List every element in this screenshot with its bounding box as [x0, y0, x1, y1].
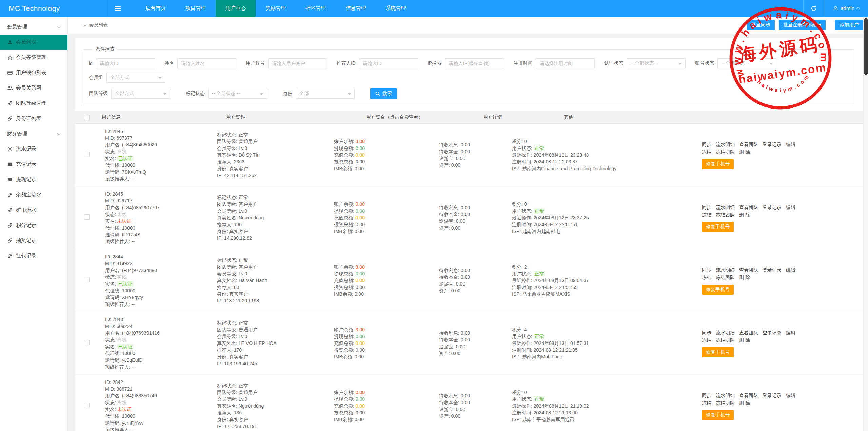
sidebar-item[interactable]: 积分记录	[0, 218, 67, 233]
row-action-link[interactable]: 冻结	[702, 149, 711, 155]
user-menu[interactable]: admin	[824, 0, 868, 17]
sidebar-item[interactable]: 流水记录	[0, 141, 67, 157]
sidebar-item[interactable]: 余额宝流水	[0, 187, 67, 202]
filter-select[interactable]: -- 全部状态 --	[717, 58, 776, 68]
row-action-link[interactable]: 删 除	[739, 337, 750, 343]
filter-select[interactable]: -- 全部状态 --	[627, 58, 686, 68]
row-action-link[interactable]: 冻结	[702, 337, 711, 343]
row-action-link[interactable]: 流水明细	[716, 204, 735, 210]
nav-item-7[interactable]: 系统管理	[376, 0, 416, 17]
row-action-link[interactable]: 查看团队	[739, 204, 758, 210]
nav-item-1[interactable]: 后台首页	[136, 0, 176, 17]
row-action-link[interactable]: 冻结团队	[716, 275, 735, 280]
row-action-link[interactable]: 查看团队	[739, 393, 758, 398]
row-action-link[interactable]: 删 除	[739, 400, 750, 406]
fix-phone-button[interactable]: 修复手机号	[702, 285, 734, 295]
row-action-link[interactable]: 流水明细	[716, 330, 735, 335]
row-action-link[interactable]: 删 除	[739, 212, 750, 217]
row-checkbox[interactable]	[84, 403, 90, 408]
row-action-link[interactable]: 登录记录	[763, 393, 782, 398]
sidebar-item[interactable]: 团队等级管理	[0, 96, 67, 111]
cell-value: 0.00	[356, 396, 365, 402]
sidebar-item[interactable]: 用户钱包列表	[0, 65, 67, 80]
filter-input[interactable]	[96, 58, 155, 68]
refresh-button[interactable]	[804, 0, 824, 17]
sidebar-item[interactable]: 抽奖记录	[0, 233, 67, 248]
row-action-link[interactable]: 登录记录	[763, 142, 782, 147]
batch-sync-button[interactable]: 批量同步	[747, 20, 775, 30]
sidebar-item[interactable]: 红包记录	[0, 248, 67, 263]
row-action-link[interactable]: 编辑	[786, 393, 795, 398]
filter-input[interactable]	[177, 58, 236, 68]
nav-item-3[interactable]: 用户中心	[216, 0, 256, 17]
sidebar-item[interactable]: 会员等级管理	[0, 50, 67, 65]
sidebar-item[interactable]: 充值记录	[0, 157, 67, 172]
select-all-checkbox[interactable]	[84, 115, 90, 120]
sidebar-item[interactable]: 提现记录	[0, 172, 67, 187]
row-action-link[interactable]: 同步	[702, 393, 711, 398]
row-action-link[interactable]: 登录记录	[763, 330, 782, 335]
sidebar-group-header-2[interactable]: 财务管理	[0, 126, 67, 141]
row-action-link[interactable]: 同步	[702, 142, 711, 147]
add-user-button[interactable]: 添加用户	[835, 20, 863, 30]
scrollbar-track[interactable]	[863, 17, 868, 431]
row-action-link[interactable]: 流水明细	[716, 142, 735, 147]
cell-label: 实名:	[105, 156, 117, 161]
row-action-link[interactable]: 流水明细	[716, 393, 735, 398]
row-checkbox[interactable]	[84, 277, 90, 282]
row-action-link[interactable]: 同步	[702, 267, 711, 273]
row-action-link[interactable]: 查看团队	[739, 330, 758, 335]
row-action-link[interactable]: 同步	[702, 204, 711, 210]
row-action-link[interactable]: 冻结团队	[716, 212, 735, 217]
filter-input[interactable]	[359, 58, 418, 68]
filter-select[interactable]: 全部	[296, 89, 355, 99]
filter-input[interactable]	[268, 58, 327, 68]
row-checkbox[interactable]	[84, 340, 90, 345]
row-action-link[interactable]: 同步	[702, 330, 711, 335]
row-action-link[interactable]: 查看团队	[739, 142, 758, 147]
nav-item-2[interactable]: 项目管理	[176, 0, 216, 17]
fix-phone-button[interactable]: 修复手机号	[702, 159, 734, 169]
cell-label: 待收利息:	[439, 268, 461, 273]
row-action-link[interactable]: 冻结团队	[716, 149, 735, 155]
filter-input[interactable]	[536, 58, 595, 68]
row-action-link[interactable]: 编辑	[786, 204, 795, 210]
nav-item-5[interactable]: 社区管理	[296, 0, 336, 17]
row-action-link[interactable]: 冻结团队	[716, 337, 735, 343]
filter-select[interactable]: 全部方式	[106, 73, 165, 83]
sidebar-item[interactable]: 会员列表	[0, 35, 67, 50]
menu-toggle-icon[interactable]	[108, 0, 127, 17]
row-action-link[interactable]: 冻结	[702, 275, 711, 280]
filter-select[interactable]: 全部方式	[111, 89, 170, 99]
search-button[interactable]: 搜索	[370, 88, 397, 99]
batch-register-internal-button[interactable]: 批量注册内部账号	[779, 20, 826, 30]
row-action-link[interactable]: 登录记录	[763, 204, 782, 210]
row-action-link[interactable]: 冻结	[702, 212, 711, 217]
action-links-line1: 同步流水明细查看团队登录记录编辑	[702, 329, 859, 336]
row-action-link[interactable]: 编辑	[786, 330, 795, 335]
action-links-line2: 冻结冻结团队删 除	[702, 336, 859, 344]
row-action-link[interactable]: 编辑	[786, 142, 795, 147]
row-action-link[interactable]: 删 除	[739, 275, 750, 280]
filter-input[interactable]	[445, 58, 504, 68]
row-action-link[interactable]: 编辑	[786, 267, 795, 273]
sidebar-item[interactable]: 矿币流水	[0, 202, 67, 218]
filter-select[interactable]: -- 全部状态 --	[208, 89, 267, 99]
row-action-link[interactable]: 冻结	[702, 400, 711, 406]
scrollbar-thumb[interactable]	[864, 18, 868, 75]
fix-phone-button[interactable]: 修复手机号	[702, 222, 734, 232]
row-checkbox[interactable]	[84, 214, 90, 220]
sidebar-item[interactable]: 身份证列表	[0, 111, 67, 126]
row-action-link[interactable]: 冻结团队	[716, 400, 735, 406]
fix-phone-button[interactable]: 修复手机号	[702, 410, 734, 420]
row-action-link[interactable]: 流水明细	[716, 267, 735, 273]
row-checkbox[interactable]	[84, 152, 90, 157]
sidebar-group-header-1[interactable]: 会员管理	[0, 19, 67, 35]
nav-item-4[interactable]: 奖励管理	[256, 0, 296, 17]
row-action-link[interactable]: 登录记录	[763, 267, 782, 273]
sidebar-item[interactable]: 会员关系网	[0, 80, 67, 96]
row-action-link[interactable]: 删 除	[739, 149, 750, 155]
row-action-link[interactable]: 查看团队	[739, 267, 758, 273]
nav-item-6[interactable]: 信息管理	[336, 0, 376, 17]
fix-phone-button[interactable]: 修复手机号	[702, 347, 734, 357]
